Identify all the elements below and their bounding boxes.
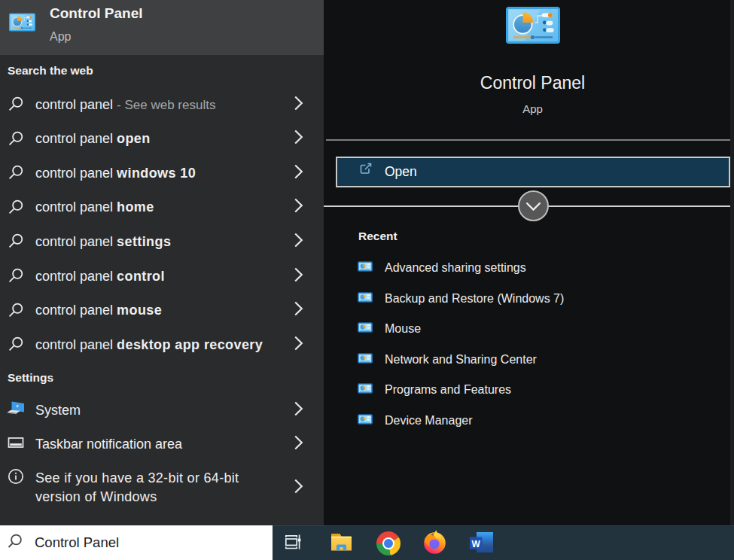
- svg-text:W: W: [472, 538, 481, 549]
